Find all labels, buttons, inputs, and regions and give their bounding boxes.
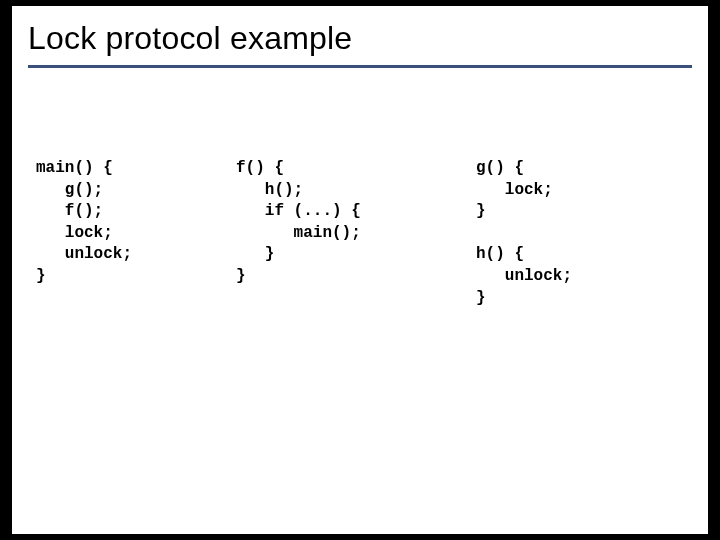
- title-area: Lock protocol example: [12, 6, 708, 61]
- slide-title: Lock protocol example: [28, 20, 708, 57]
- code-block-g-h: g() { lock; } h() { unlock; }: [476, 158, 684, 309]
- code-columns: main() { g(); f(); lock; unlock; } f() {…: [12, 68, 708, 309]
- code-block-main: main() { g(); f(); lock; unlock; }: [36, 158, 236, 309]
- code-block-f: f() { h(); if (...) { main(); } }: [236, 158, 476, 309]
- slide: Lock protocol example main() { g(); f();…: [12, 6, 708, 534]
